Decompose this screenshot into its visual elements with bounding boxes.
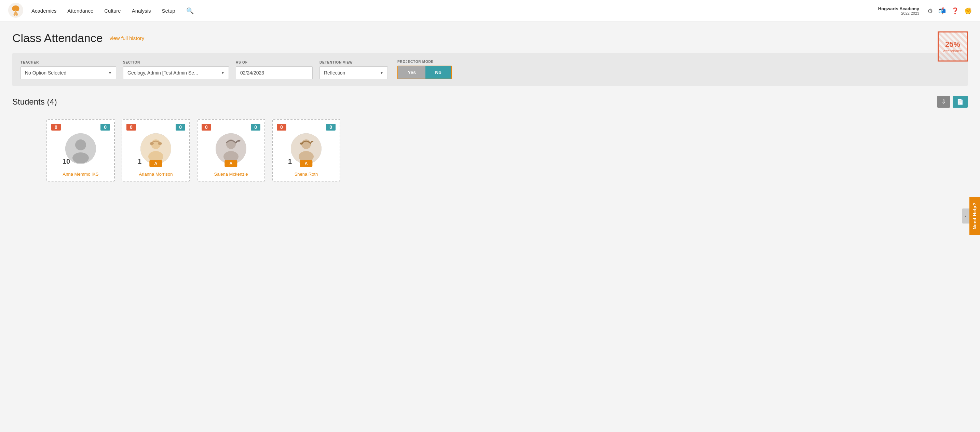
student-name[interactable]: Arianna Morrison — [139, 172, 173, 177]
teacher-filter-group: TEACHER No Option Selected ▼ — [21, 61, 116, 79]
projector-mode-group: PROJECTOR MODE Yes No — [398, 60, 452, 79]
present-badge: 0 — [326, 124, 336, 131]
student-card: 0 0 1 A Arianna Morrison — [122, 119, 190, 182]
students-grid: 0 0 10 Anna Memmo iKS 0 0 — [12, 119, 968, 182]
students-header: Students (4) ⇩ 📄 — [12, 96, 968, 108]
avatar-circle — [291, 133, 321, 164]
avatar-circle — [216, 133, 247, 164]
settings-icon[interactable]: ⚙ — [928, 7, 933, 15]
section-select-wrapper: Geology, Admin [Test Admin Se... ▼ — [123, 66, 229, 79]
student-card: 0 0 A Salena Mckenzie — [197, 119, 265, 182]
avatar-icon — [140, 133, 171, 164]
attendance-label: attendance — [943, 49, 962, 53]
card-badges: 0 0 — [277, 124, 336, 131]
section-filter-group: SECTION Geology, Admin [Test Admin Se...… — [123, 61, 229, 79]
asof-input[interactable] — [236, 66, 313, 79]
student-number: 1 — [288, 158, 292, 166]
teacher-select-wrapper: No Option Selected ▼ — [21, 66, 116, 79]
nav-setup[interactable]: Setup — [162, 8, 175, 14]
nav-attendance[interactable]: Attendance — [67, 8, 93, 14]
student-card: 0 0 10 Anna Memmo iKS — [46, 119, 115, 182]
nav-culture[interactable]: Culture — [104, 8, 121, 14]
avatar-container: 10 — [65, 133, 96, 164]
avatar-circle — [140, 133, 171, 164]
avatar-container: A — [216, 133, 247, 164]
student-name[interactable]: Salena Mckenzie — [214, 172, 248, 177]
absent-badge: 0 — [277, 124, 286, 131]
asof-filter-group: AS OF — [236, 61, 313, 79]
asof-label: AS OF — [236, 61, 313, 64]
projector-label: PROJECTOR MODE — [398, 60, 452, 64]
user-icon[interactable]: ✊ — [964, 7, 972, 15]
asof-input-wrapper — [236, 66, 313, 79]
absent-badge: 0 — [51, 124, 61, 131]
detention-select[interactable]: Reflection — [320, 66, 388, 79]
student-tag: A — [224, 160, 237, 167]
present-badge: 0 — [176, 124, 185, 131]
student-tag: A — [300, 160, 312, 167]
card-badges: 0 0 — [51, 124, 110, 131]
section-label: SECTION — [123, 61, 229, 64]
divider — [12, 112, 968, 112]
present-badge: 0 — [100, 124, 110, 131]
student-name[interactable]: Shena Roth — [294, 172, 318, 177]
absent-badge: 0 — [202, 124, 211, 131]
filter-bar: TEACHER No Option Selected ▼ SECTION Geo… — [12, 53, 968, 86]
attendance-pct: 25% — [945, 40, 960, 49]
projector-toggle: Yes No — [398, 65, 452, 79]
search-icon[interactable]: 🔍 — [186, 7, 194, 15]
help-icon[interactable]: ❓ — [951, 7, 959, 15]
download-button[interactable]: ⇩ — [937, 96, 950, 108]
navbar-right: Hogwarts Academy 2022-2023 ⚙ 📬 ❓ ✊ — [878, 6, 972, 15]
svg-point-15 — [300, 142, 303, 145]
teacher-select[interactable]: No Option Selected — [21, 66, 116, 79]
school-name: Hogwarts Academy — [878, 6, 919, 11]
page-header: Class Attendance view full history — [12, 32, 968, 45]
detention-label: DETENTION VIEW — [320, 61, 388, 64]
view-full-history-link[interactable]: view full history — [110, 35, 145, 41]
students-title: Students (4) — [12, 97, 57, 107]
avatar-container: 1 A — [140, 133, 171, 164]
school-year: 2022-2023 — [878, 11, 919, 15]
notifications-icon[interactable]: 📬 — [938, 7, 946, 15]
projector-no-button[interactable]: No — [425, 66, 451, 79]
student-tag: A — [150, 160, 162, 167]
school-info: Hogwarts Academy 2022-2023 — [878, 6, 919, 15]
avatar-icon — [291, 133, 321, 164]
navbar: Academics Attendance Culture Analysis Se… — [0, 0, 980, 22]
attendance-badge: 25% attendance — [938, 32, 968, 62]
svg-point-2 — [75, 139, 86, 150]
page-title: Class Attendance — [12, 32, 103, 45]
student-number: 1 — [138, 158, 142, 166]
export-button[interactable]: 📄 — [953, 96, 968, 108]
nav-academics[interactable]: Academics — [32, 8, 56, 14]
card-badges: 0 0 — [126, 124, 185, 131]
nav-analysis[interactable]: Analysis — [132, 8, 151, 14]
student-name[interactable]: Anna Memmo iKS — [63, 172, 99, 177]
card-badges: 0 0 — [202, 124, 260, 131]
students-actions: ⇩ 📄 — [937, 96, 968, 108]
logo[interactable] — [8, 3, 23, 19]
svg-point-3 — [72, 152, 89, 163]
section-select[interactable]: Geology, Admin [Test Admin Se... — [123, 66, 229, 79]
present-badge: 0 — [251, 124, 260, 131]
student-number: 10 — [62, 158, 70, 166]
main-nav: Academics Attendance Culture Analysis Se… — [32, 7, 878, 15]
main-content: Class Attendance view full history 25% a… — [0, 22, 980, 191]
teacher-label: TEACHER — [21, 61, 116, 64]
detention-select-wrapper: Reflection ▼ — [320, 66, 388, 79]
avatar-icon — [216, 133, 247, 164]
student-card: 0 0 1 A Shena Roth — [272, 119, 340, 182]
svg-point-8 — [158, 142, 162, 145]
absent-badge: 0 — [126, 124, 136, 131]
projector-yes-button[interactable]: Yes — [398, 66, 425, 79]
detention-filter-group: DETENTION VIEW Reflection ▼ — [320, 61, 388, 79]
avatar-container: 1 A — [291, 133, 321, 164]
svg-point-7 — [150, 142, 154, 145]
